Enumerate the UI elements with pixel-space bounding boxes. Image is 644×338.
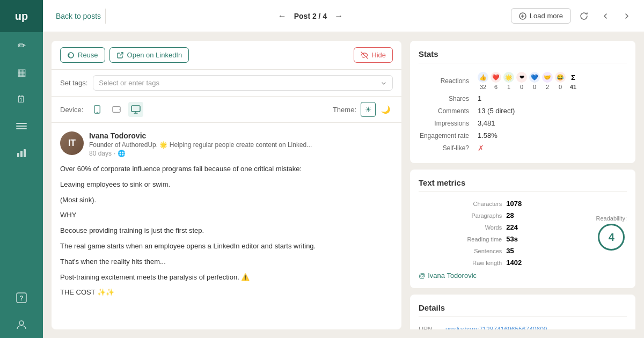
readability-circle: 4	[598, 224, 625, 251]
dark-theme-icon[interactable]: 🌙	[378, 102, 393, 117]
topbar-right: Load more	[511, 8, 635, 25]
sentences-value-cell: 35	[506, 246, 589, 255]
paragraphs-value: 28	[506, 211, 514, 219]
metrics-grid: Characters 1078 Paragraphs 28	[419, 199, 590, 267]
post-line-2: Leaving employees to sink or swim.	[60, 179, 393, 190]
desktop-device-icon[interactable]	[128, 102, 143, 117]
post-author-info: Ivana Todorovic Founder of AuthoredUp. 🌟…	[89, 131, 312, 157]
shares-value: 1	[478, 94, 481, 102]
sidebar-icon-calendar[interactable]: 🗓	[0, 86, 43, 113]
hide-button[interactable]: Hide	[354, 47, 393, 63]
para-value-cell: 28	[506, 210, 589, 220]
urn-label: URN	[419, 326, 440, 329]
nav-forward-button[interactable]	[618, 8, 635, 25]
text-metrics-title: Text metrics	[419, 178, 627, 192]
device-row: Device:	[52, 97, 401, 123]
load-more-button[interactable]: Load more	[511, 8, 571, 24]
details-card: Details URN urn:li:share:712874169655674…	[410, 295, 635, 329]
nav-back-button[interactable]	[597, 8, 614, 25]
paragraphs-label: Paragraphs	[471, 212, 502, 219]
count-star: 1	[503, 84, 514, 90]
svg-text:?: ?	[19, 295, 23, 302]
stats-title: Stats	[419, 49, 627, 63]
post-line-3: (Most sink).	[60, 195, 393, 206]
post-navigation: ← Post 2 / 4 →	[114, 9, 507, 24]
reaction-like: 👍	[478, 72, 488, 83]
tags-input[interactable]: Select or enter tags	[93, 75, 393, 91]
engagement-label: Engagement rate	[419, 132, 478, 139]
back-to-posts-link[interactable]: Back to posts	[52, 9, 106, 24]
svg-rect-17	[131, 106, 140, 112]
characters-label: Characters	[473, 201, 502, 207]
reading-time-value: 53s	[506, 235, 518, 243]
theme-section: Theme: ☀ 🌙	[333, 102, 393, 117]
hide-icon	[361, 52, 368, 59]
device-label: Device:	[60, 106, 83, 114]
characters-value: 1078	[506, 200, 522, 208]
reading-label-cell: Reading time	[419, 234, 502, 244]
sentences-label: Sentences	[474, 248, 502, 254]
svg-point-14	[97, 112, 98, 113]
post-line-7: That's when the reality hits them...	[60, 256, 393, 268]
text-metrics-card: Text metrics Characters 1078 Paragraphs	[410, 170, 635, 288]
reaction-support: 💙	[529, 72, 540, 83]
reactions-data: 👍 ❤️ 🌟 ❤ 💙 🤝 😂 Σ 32 6	[478, 72, 579, 90]
mobile-device-icon[interactable]	[90, 102, 105, 117]
prev-post-button[interactable]: ←	[275, 9, 290, 24]
post-line-1: Over 60% of corporate influence programs…	[60, 164, 393, 175]
svg-rect-0	[16, 123, 27, 124]
sentences-label-cell: Sentences	[419, 246, 502, 255]
sidebar: up ✏ ▦ 🗓 ?	[0, 0, 43, 338]
count-handshake: 2	[542, 84, 553, 90]
details-title: Details	[419, 303, 627, 317]
right-panel: Stats Reactions 👍 ❤️ 🌟 ❤ 💙 🤝	[410, 41, 635, 329]
sidebar-logo[interactable]: up	[0, 0, 43, 32]
reactions-row: Reactions 👍 ❤️ 🌟 ❤ 💙 🤝 😂 Σ	[419, 70, 627, 92]
refresh-button[interactable]	[575, 8, 592, 25]
words-label-cell: Words	[419, 222, 502, 232]
svg-point-16	[120, 109, 121, 110]
tablet-device-icon[interactable]	[109, 102, 124, 117]
panel-toolbar: Reuse Open on LinkedIn Hide	[52, 41, 401, 70]
open-linkedin-button[interactable]: Open on LinkedIn	[109, 47, 189, 63]
post-panel: Reuse Open on LinkedIn Hide	[52, 41, 401, 329]
light-theme-icon[interactable]: ☀	[361, 102, 376, 117]
engagement-row: Engagement rate 1.58%	[419, 129, 627, 142]
metrics-body: Characters 1078 Paragraphs 28	[419, 199, 627, 267]
sidebar-icon-question[interactable]: ?	[0, 284, 43, 311]
impressions-value: 3,481	[478, 119, 495, 127]
stats-card: Stats Reactions 👍 ❤️ 🌟 ❤ 💙 🤝	[410, 41, 635, 163]
tags-placeholder: Select or enter tags	[99, 79, 159, 87]
sentences-value: 35	[506, 247, 514, 255]
urn-value[interactable]: urn:li:share:7128741696556740609	[445, 326, 547, 329]
post-line-9: THE COST ✨✨	[60, 287, 393, 298]
raw-value-cell: 1402	[506, 258, 589, 267]
reading-time-label: Reading time	[467, 236, 502, 243]
post-content: Over 60% of corporate influence programs…	[60, 164, 393, 298]
sidebar-icon-user[interactable]	[0, 311, 43, 338]
comments-label: Comments	[419, 107, 478, 115]
svg-point-8	[19, 321, 24, 325]
chars-label-cell: Characters	[419, 199, 502, 208]
reuse-button[interactable]: Reuse	[60, 47, 105, 63]
author-name: Ivana Todorovic	[89, 131, 312, 140]
words-value-cell: 224	[506, 222, 589, 232]
at-icon: @	[419, 271, 426, 280]
reaction-heart: ❤	[516, 72, 527, 83]
author-link[interactable]: @ Ivana Todorovic	[419, 271, 627, 280]
sidebar-icon-grid[interactable]: ▦	[0, 59, 43, 86]
next-post-button[interactable]: →	[331, 9, 346, 24]
sidebar-icon-layers[interactable]	[0, 113, 43, 139]
avatar: IT	[60, 131, 84, 155]
raw-length-label: Raw length	[472, 260, 502, 266]
stats-table: Reactions 👍 ❤️ 🌟 ❤ 💙 🤝 😂 Σ	[419, 70, 627, 155]
reaction-icons: 👍 ❤️ 🌟 ❤ 💙 🤝 😂 Σ	[478, 72, 579, 83]
reaction-star: 🌟	[503, 72, 514, 83]
reading-value-cell: 53s	[506, 234, 589, 244]
sidebar-icon-chart[interactable]	[0, 139, 43, 166]
reaction-total: Σ	[568, 72, 579, 83]
sidebar-icon-edit[interactable]: ✏	[0, 32, 43, 59]
theme-label: Theme:	[333, 106, 356, 114]
count-love: 6	[491, 84, 501, 90]
reuse-icon	[67, 52, 75, 59]
